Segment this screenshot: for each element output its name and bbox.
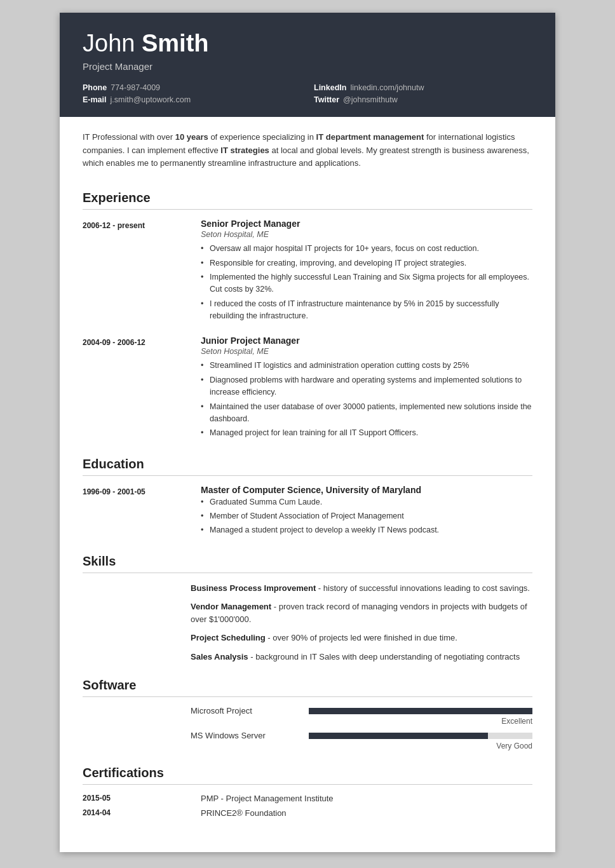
exp2-date: 2004-09 - 2006-12 <box>83 336 191 441</box>
full-name: John Smith <box>83 31 532 57</box>
exp1-bullets: Oversaw all major hospital IT projects f… <box>201 243 532 322</box>
exp2-title: Junior Project Manager <box>201 336 532 346</box>
phone-value: 774-987-4009 <box>111 83 160 92</box>
software-title: Software <box>83 678 532 697</box>
exp1-date: 2006-12 - present <box>83 219 191 324</box>
exp2-subtitle: Seton Hospital, ME <box>201 347 532 356</box>
skill-item-3: Project Scheduling - over 90% of project… <box>191 632 532 644</box>
last-name: Smith <box>142 30 209 57</box>
header-section: John Smith Project Manager Phone 774-987… <box>60 13 555 117</box>
job-title: Project Manager <box>83 61 532 72</box>
education-title: Education <box>83 457 532 476</box>
twitter-value: @johnsmithutw <box>343 95 398 104</box>
edu1-bullets: Graduated Summa Cum Laude. Member of Stu… <box>201 496 532 537</box>
software-section: Software Microsoft Project Excellent MS <box>83 678 532 750</box>
software1-bar-container <box>309 708 532 714</box>
software1-bar-fill <box>309 708 532 714</box>
skill-item-4: Sales Analysis - background in IT Sales … <box>191 651 532 663</box>
list-item: Streamlined IT logistics and administrat… <box>201 360 532 372</box>
skills-list: Business Process Improvement - history o… <box>83 582 532 663</box>
exp2-bullets: Streamlined IT logistics and administrat… <box>201 360 532 439</box>
edu1-title: Master of Computer Science, University o… <box>201 485 532 495</box>
experience-entry-1: 2006-12 - present Senior Project Manager… <box>83 219 532 324</box>
exp1-body: Senior Project Manager Seton Hospital, M… <box>201 219 532 324</box>
software-list: Microsoft Project Excellent MS Windows S… <box>83 706 532 750</box>
experience-entry-2: 2004-09 - 2006-12 Junior Project Manager… <box>83 336 532 441</box>
exp1-subtitle: Seton Hospital, ME <box>201 230 532 239</box>
skill-item-1: Business Process Improvement - history o… <box>191 582 532 595</box>
list-item: Member of Student Association of Project… <box>201 510 532 522</box>
phone-label: Phone <box>83 83 107 92</box>
list-item: Implemented the highly successful Lean T… <box>201 271 532 296</box>
skill3-name: Project Scheduling <box>191 633 266 642</box>
list-item: Responsible for creating, improving, and… <box>201 257 532 269</box>
skills-title: Skills <box>83 554 532 573</box>
list-item: Maintained the user database of over 300… <box>201 401 532 426</box>
education-section: Education 1996-09 - 2001-05 Master of Co… <box>83 457 532 539</box>
resume-document: John Smith Project Manager Phone 774-987… <box>60 13 555 852</box>
main-content: IT Professional with over 10 years of ex… <box>60 117 555 853</box>
certifications-title: Certifications <box>83 766 532 785</box>
edu1-body: Master of Computer Science, University o… <box>201 485 532 539</box>
software-item-1: Microsoft Project Excellent <box>191 706 532 726</box>
contact-phone: Phone 774-987-4009 <box>83 83 301 92</box>
software2-name: MS Windows Server <box>191 731 299 740</box>
summary-section: IT Professional with over 10 years of ex… <box>83 131 532 177</box>
skill4-desc: - background in IT Sales with deep under… <box>248 652 520 661</box>
cert2-name: PRINCE2® Foundation <box>201 808 532 818</box>
list-item: I reduced the costs of IT infrastructure… <box>201 298 532 323</box>
software-row-2: MS Windows Server <box>191 731 532 740</box>
software1-rating: Excellent <box>191 717 532 726</box>
contact-linkedin: LinkedIn linkedin.com/johnutw <box>314 83 532 92</box>
software2-rating: Very Good <box>191 742 532 750</box>
experience-section: Experience 2006-12 - present Senior Proj… <box>83 191 532 442</box>
skill4-name: Sales Analysis <box>191 652 248 661</box>
skill1-name: Business Process Improvement <box>191 583 316 593</box>
skills-section: Skills Business Process Improvement - hi… <box>83 554 532 663</box>
skill2-name: Vendor Management <box>191 602 271 611</box>
cert-entry-2: 2014-04 PRINCE2® Foundation <box>83 808 532 818</box>
contact-twitter: Twitter @johnsmithutw <box>314 95 532 104</box>
exp2-body: Junior Project Manager Seton Hospital, M… <box>201 336 532 441</box>
email-value: j.smith@uptowork.com <box>111 95 191 104</box>
software-item-2: MS Windows Server Very Good <box>191 731 532 750</box>
cert-entry-1: 2015-05 PMP - Project Management Institu… <box>83 794 532 803</box>
exp1-title: Senior Project Manager <box>201 219 532 229</box>
email-label: E-mail <box>83 95 107 104</box>
skill-item-2: Vendor Management - proven track record … <box>191 600 532 625</box>
software-row-1: Microsoft Project <box>191 706 532 715</box>
list-item: Graduated Summa Cum Laude. <box>201 496 532 508</box>
software2-bar-fill <box>309 733 488 739</box>
edu1-date: 1996-09 - 2001-05 <box>83 485 191 539</box>
linkedin-value: linkedin.com/johnutw <box>350 83 424 92</box>
cert1-date: 2015-05 <box>83 794 191 803</box>
education-entry-1: 1996-09 - 2001-05 Master of Computer Sci… <box>83 485 532 539</box>
skill3-desc: - over 90% of projects led were finished… <box>266 633 457 642</box>
cert1-name: PMP - Project Management Institute <box>201 794 532 803</box>
list-item: Managed a student project to develop a w… <box>201 524 532 536</box>
software1-name: Microsoft Project <box>191 706 299 715</box>
certifications-section: Certifications 2015-05 PMP - Project Man… <box>83 766 532 818</box>
software2-bar-container <box>309 733 532 739</box>
contact-email: E-mail j.smith@uptowork.com <box>83 95 301 104</box>
list-item: Diagnosed problems with hardware and ope… <box>201 374 532 399</box>
twitter-label: Twitter <box>314 95 339 104</box>
linkedin-label: LinkedIn <box>314 83 346 92</box>
list-item: Managed project for lean training for al… <box>201 427 532 439</box>
first-name: John <box>83 30 142 57</box>
list-item: Oversaw all major hospital IT projects f… <box>201 243 532 255</box>
skill1-desc: - history of successful innovations lead… <box>316 583 530 593</box>
experience-title: Experience <box>83 191 532 210</box>
cert2-date: 2014-04 <box>83 808 191 818</box>
contact-info: Phone 774-987-4009 LinkedIn linkedin.com… <box>83 83 532 104</box>
